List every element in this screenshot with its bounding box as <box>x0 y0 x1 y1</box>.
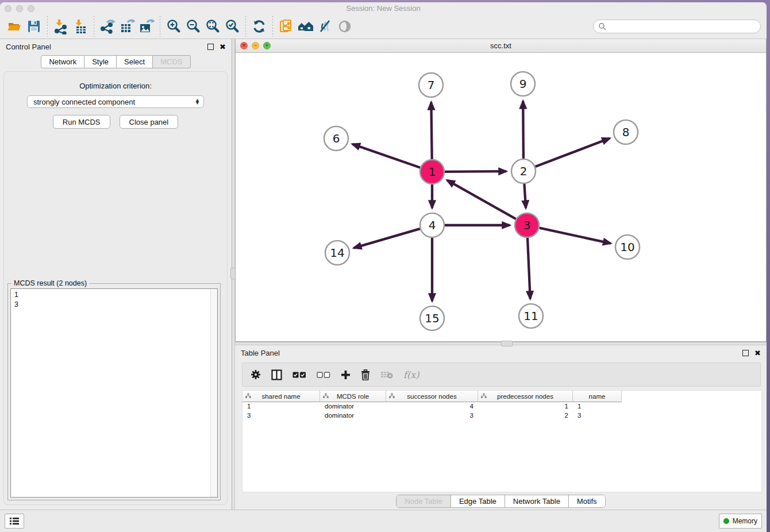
network-minimize-button[interactable]: − <box>252 42 259 49</box>
network-graph[interactable]: 7968124314101511 <box>236 53 766 341</box>
search-box[interactable] <box>593 20 761 33</box>
table-cell[interactable]: 3 <box>242 411 320 421</box>
table-cell[interactable]: 4 <box>386 402 478 411</box>
hide-selected-button[interactable] <box>315 17 335 36</box>
import-table-button[interactable] <box>71 17 90 36</box>
graph-edge-1-7[interactable] <box>431 102 432 159</box>
table-cell[interactable]: 3 <box>573 411 622 421</box>
zoom-fit-button[interactable] <box>203 17 222 36</box>
graph-edge-1-6[interactable] <box>352 144 420 168</box>
graph-edge-3-10[interactable] <box>540 228 611 244</box>
column-header-name[interactable]: name <box>573 391 622 402</box>
open-session-button[interactable] <box>5 17 24 36</box>
refresh-layout-button[interactable] <box>249 17 269 36</box>
show-all-button[interactable] <box>335 17 355 36</box>
export-image-button[interactable] <box>137 17 156 36</box>
graph-node-1[interactable]: 1 <box>420 160 444 184</box>
deselect-all-button[interactable] <box>317 372 330 378</box>
network-window-titlebar[interactable]: ✕ − + scc.txt <box>236 39 766 53</box>
first-neighbors-button[interactable] <box>296 17 315 36</box>
float-panel-icon[interactable] <box>742 350 749 356</box>
tab-edge-table[interactable]: Edge Table <box>451 495 505 507</box>
graph-node-3[interactable]: 3 <box>515 213 539 237</box>
delete-column-button[interactable] <box>380 370 393 379</box>
search-icon <box>598 22 607 31</box>
graph-node-6[interactable]: 6 <box>324 126 348 151</box>
run-mcds-button[interactable]: Run MCDS <box>53 115 110 129</box>
export-table-icon <box>119 18 135 34</box>
graph-edge-2-9[interactable] <box>523 101 523 159</box>
export-network-button[interactable] <box>98 17 117 36</box>
graph-node-8[interactable]: 8 <box>614 120 638 144</box>
close-panel-icon[interactable]: ✖ <box>754 349 761 357</box>
tab-motifs[interactable]: Motifs <box>569 495 605 507</box>
export-table-button[interactable] <box>117 17 137 36</box>
tab-network-table[interactable]: Network Table <box>505 495 569 507</box>
close-panel-button[interactable]: Close panel <box>120 115 179 129</box>
tab-network[interactable]: Network <box>41 55 84 68</box>
table-cell[interactable]: dominator <box>320 402 386 411</box>
graph-node-10[interactable]: 10 <box>615 235 640 259</box>
task-history-button[interactable] <box>5 514 24 529</box>
show-columns-button[interactable] <box>271 369 282 380</box>
column-header-predecessor-nodes[interactable]: predecessor nodes <box>478 391 573 402</box>
table-row[interactable]: 1dominator411 <box>242 402 761 411</box>
table-cell[interactable]: 3 <box>386 411 478 421</box>
table-cell[interactable]: 1 <box>573 402 622 411</box>
column-header-successor-nodes[interactable]: successor nodes <box>386 391 478 402</box>
tab-mcds[interactable]: MCDS <box>153 55 190 68</box>
tab-select[interactable]: Select <box>117 55 153 68</box>
add-column-button[interactable] <box>341 370 351 380</box>
graph-edge-3-11[interactable] <box>528 238 530 299</box>
graph-edge-1-2[interactable] <box>445 171 506 172</box>
graph-node-15[interactable]: 15 <box>420 306 444 330</box>
graph-node-9[interactable]: 9 <box>511 72 535 96</box>
zoom-in-button[interactable] <box>164 17 183 36</box>
close-panel-icon[interactable]: ✖ <box>220 43 226 51</box>
table-cell[interactable]: dominator <box>320 411 386 421</box>
graph-node-7[interactable]: 7 <box>419 73 443 97</box>
network-close-button[interactable]: ✕ <box>240 42 248 49</box>
tab-style[interactable]: Style <box>84 55 117 68</box>
save-session-button[interactable] <box>24 17 44 36</box>
zoom-out-button[interactable] <box>183 17 203 36</box>
mcds-result-group: MCDS result (2 nodes) 1 3 <box>7 283 221 500</box>
column-header-MCDS-role[interactable]: MCDS role <box>320 391 386 402</box>
zoom-selected-button[interactable] <box>222 17 242 36</box>
search-input[interactable] <box>610 22 760 32</box>
float-panel-icon[interactable] <box>207 44 214 50</box>
network-window-title: scc.txt <box>236 41 766 50</box>
table-cell[interactable]: 1 <box>478 402 573 411</box>
criterion-dropdown[interactable]: strongly connected component ▲▼ <box>27 95 204 108</box>
graph-node-4[interactable]: 4 <box>420 213 444 237</box>
network-maximize-button[interactable]: + <box>263 42 271 49</box>
open-folder-icon <box>7 19 22 34</box>
splitter-handle[interactable] <box>501 341 513 346</box>
delete-table-button[interactable] <box>361 369 370 380</box>
graph-node-14[interactable]: 14 <box>325 241 349 265</box>
memory-button[interactable]: Memory <box>719 514 762 529</box>
table-row[interactable]: 3dominator323 <box>242 411 761 421</box>
graph-edge-3-1[interactable] <box>447 180 516 219</box>
result-scrollbar[interactable] <box>210 289 217 497</box>
clone-network-button[interactable] <box>276 17 296 36</box>
tab-node-table[interactable]: Node Table <box>396 495 451 507</box>
column-header-shared-name[interactable]: shared name <box>242 391 320 402</box>
graph-node-11[interactable]: 11 <box>519 304 543 328</box>
graph-edge-2-8[interactable] <box>536 138 610 167</box>
graph-node-2[interactable]: 2 <box>511 159 536 183</box>
houses-icon <box>297 19 314 34</box>
function-builder-button[interactable]: f(x) <box>403 369 419 380</box>
network-canvas[interactable]: 7968124314101511 <box>236 53 766 341</box>
graph-edge-2-3[interactable] <box>524 184 526 208</box>
import-network-button[interactable] <box>51 17 71 36</box>
horizontal-splitter[interactable] <box>235 342 767 345</box>
table-settings-button[interactable] <box>251 369 261 380</box>
select-all-button[interactable] <box>292 372 306 378</box>
table-cell[interactable]: 1 <box>242 402 320 411</box>
table-cell[interactable]: 2 <box>478 411 573 421</box>
graph-edge-4-14[interactable] <box>354 229 420 248</box>
status-bar: Memory <box>0 510 767 532</box>
column-sort-icon <box>389 393 395 399</box>
export-image-icon <box>138 18 155 34</box>
